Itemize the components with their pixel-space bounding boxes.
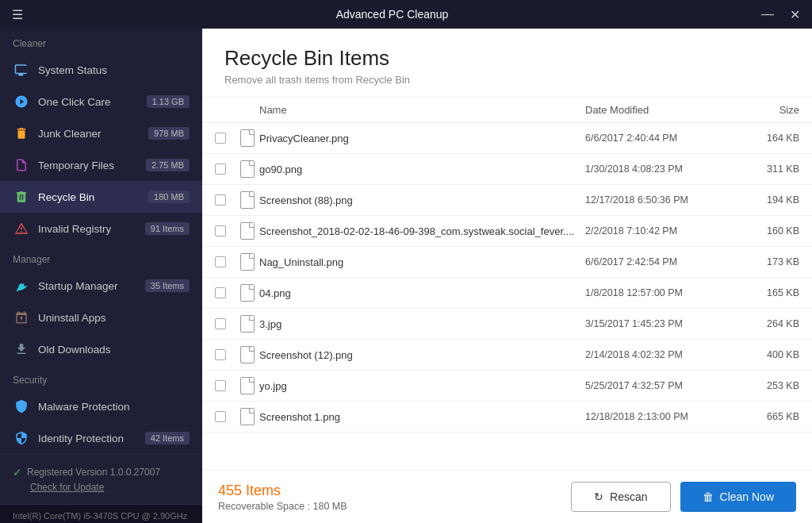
registry-icon [13, 220, 30, 237]
file-date: 12/18/2018 2:13:00 PM [585, 411, 728, 422]
sidebar-item-uninstall-apps[interactable]: Uninstall Apps [0, 302, 202, 333]
table-row[interactable]: 04.png 1/8/2018 12:57:00 PM 165 KB [202, 278, 812, 309]
row-checkbox-wrapper [215, 225, 240, 237]
file-date: 3/15/2017 1:45:23 PM [585, 318, 728, 329]
uninstall-icon [13, 309, 30, 326]
file-size: 165 KB [728, 287, 799, 298]
sidebar-badge-junk-cleaner: 978 MB [148, 127, 190, 140]
file-checkbox-8[interactable] [215, 380, 226, 391]
sidebar-label-identity-protection: Identity Protection [38, 433, 137, 444]
sidebar-item-invalid-registry[interactable]: Invalid Registry 91 Items [0, 213, 202, 244]
file-name: go90.png [259, 163, 585, 175]
sidebar-item-malware-protection[interactable]: Malware Protection [0, 390, 202, 422]
file-checkbox-0[interactable] [215, 133, 226, 144]
sidebar-footer: ✓ Registered Version 1.0.0.27007 Check f… [0, 454, 202, 504]
sidebar-badge-startup-manager: 35 Items [145, 279, 190, 292]
table-row[interactable]: Nag_Uninstall.png 6/6/2017 2:42:54 PM 17… [202, 247, 812, 278]
row-checkbox-wrapper [215, 163, 240, 175]
file-size: 164 KB [728, 133, 799, 144]
sidebar-item-one-click-care[interactable]: One Click Care 1.13 GB [0, 86, 202, 117]
sidebar-label-temporary-files: Temporary Files [38, 160, 138, 171]
footer-info: 455 Items Recoverable Space : 180 MB [218, 483, 347, 512]
file-checkbox-9[interactable] [215, 411, 226, 422]
sidebar-item-identity-protection[interactable]: Identity Protection 42 Items [0, 422, 202, 454]
sidebar-item-recycle-bin[interactable]: Recycle Bin 180 MB [0, 181, 202, 213]
file-rows: PrivacyCleaner.png 6/6/2017 2:40:44 PM 1… [202, 123, 812, 433]
clean-now-button[interactable]: 🗑 Clean Now [680, 482, 796, 512]
junk-icon [13, 125, 30, 142]
file-size: 665 KB [728, 411, 799, 422]
file-doc-icon-wrapper [240, 253, 259, 271]
sidebar-badge-invalid-registry: 91 Items [145, 222, 190, 235]
table-row[interactable]: Screenshot 1.png 12/18/2018 2:13:00 PM 6… [202, 402, 812, 433]
manager-section-label: Manager [0, 244, 202, 270]
file-doc-icon-wrapper [240, 222, 259, 240]
title-bar: ☰ Advanced PC Cleanup — ✕ [0, 0, 812, 29]
sidebar-label-one-click-care: One Click Care [38, 96, 139, 108]
file-checkbox-2[interactable] [215, 194, 226, 206]
sidebar: Cleaner System Status One Click Care 1.1… [0, 29, 202, 523]
table-row[interactable]: Screenshot_2018-02-02-18-46-09-398_com.s… [202, 216, 812, 247]
file-doc-icon [240, 253, 255, 271]
file-date: 2/2/2018 7:10:42 PM [585, 225, 728, 237]
file-size: 264 KB [728, 318, 799, 329]
file-list-header: Name Date Modified Size [202, 98, 812, 123]
clean-now-label: Clean Now [720, 490, 774, 503]
row-checkbox-wrapper [215, 318, 240, 329]
malware-icon [13, 398, 30, 415]
row-checkbox-wrapper [215, 349, 240, 360]
file-checkbox-5[interactable] [215, 287, 226, 298]
items-count-number: 455 [218, 483, 246, 498]
file-doc-icon-wrapper [240, 408, 259, 425]
panel-footer: 455 Items Recoverable Space : 180 MB ↻ R… [202, 470, 812, 523]
minimize-button[interactable]: — [757, 6, 778, 23]
cpu-info: Intel(R) Core(TM) i5-3470S CPU @ 2.90GHz [0, 504, 202, 523]
file-date: 12/17/2018 6:50:36 PM [585, 194, 728, 206]
close-button[interactable]: ✕ [786, 6, 804, 24]
version-label: Registered Version 1.0.0.27007 [27, 467, 160, 478]
table-row[interactable]: 3.jpg 3/15/2017 1:45:23 PM 264 KB [202, 309, 812, 340]
hamburger-icon[interactable]: ☰ [8, 6, 27, 24]
file-name: PrivacyCleaner.png [259, 133, 585, 144]
file-doc-icon-wrapper [240, 129, 259, 147]
table-row[interactable]: go90.png 1/30/2018 4:08:23 PM 311 KB [202, 154, 812, 185]
file-checkbox-4[interactable] [215, 256, 226, 267]
check-update-link[interactable]: Check for Update [13, 482, 190, 493]
file-checkbox-7[interactable] [215, 349, 226, 360]
monitor-icon [13, 61, 30, 79]
sidebar-item-system-status[interactable]: System Status [0, 54, 202, 86]
file-doc-icon [240, 315, 255, 333]
file-checkbox-6[interactable] [215, 318, 226, 329]
table-row[interactable]: Screenshot (88).png 12/17/2018 6:50:36 P… [202, 185, 812, 216]
file-doc-icon-wrapper [240, 191, 259, 209]
version-text: ✓ Registered Version 1.0.0.27007 [13, 466, 190, 479]
cleaner-section-label: Cleaner [0, 29, 202, 54]
file-name: Screenshot (12).png [259, 349, 585, 361]
sidebar-item-startup-manager[interactable]: Startup Manager 35 Items [0, 270, 202, 302]
file-doc-icon [240, 160, 255, 178]
panel-subtitle: Remove all trash items from Recycle Bin [224, 74, 790, 86]
file-list-container[interactable]: Name Date Modified Size PrivacyCleaner.p… [202, 98, 812, 470]
security-section-label: Security [0, 365, 202, 390]
column-header-size: Size [728, 104, 799, 116]
file-checkbox-1[interactable] [215, 163, 226, 175]
file-date: 6/6/2017 2:42:54 PM [585, 256, 728, 267]
table-row[interactable]: PrivacyCleaner.png 6/6/2017 2:40:44 PM 1… [202, 123, 812, 154]
version-check-icon: ✓ [13, 466, 22, 479]
sidebar-item-old-downloads[interactable]: Old Downloads [0, 333, 202, 365]
rescan-icon: ↻ [594, 490, 603, 503]
title-bar-left: ☰ [8, 6, 27, 24]
file-checkbox-3[interactable] [215, 225, 226, 237]
column-header-name: Name [259, 104, 585, 116]
recycle-icon [13, 188, 30, 206]
file-doc-icon-wrapper [240, 315, 259, 333]
sidebar-item-junk-cleaner[interactable]: Junk Cleaner 978 MB [0, 117, 202, 149]
file-size: 311 KB [728, 163, 799, 175]
temp-icon [13, 156, 30, 174]
sidebar-label-uninstall-apps: Uninstall Apps [38, 312, 190, 324]
table-row[interactable]: yo.jpg 5/25/2017 4:32:57 PM 253 KB [202, 371, 812, 402]
rescan-button[interactable]: ↻ Rescan [571, 482, 670, 512]
file-date: 1/8/2018 12:57:00 PM [585, 287, 728, 298]
sidebar-item-temporary-files[interactable]: Temporary Files 2.75 MB [0, 149, 202, 181]
table-row[interactable]: Screenshot (12).png 2/14/2018 4:02:32 PM… [202, 340, 812, 371]
